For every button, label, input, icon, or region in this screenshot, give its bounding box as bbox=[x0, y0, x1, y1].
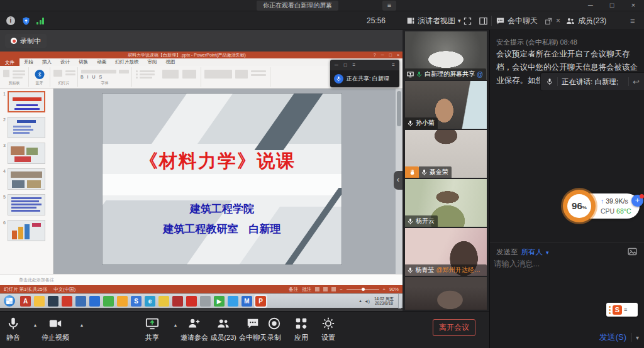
recording-badge[interactable]: 录制中 bbox=[5, 34, 47, 48]
ppt-tab-file[interactable]: 文件 bbox=[0, 58, 19, 66]
ppt-notes-pane[interactable]: 单击此处添加备注 bbox=[0, 274, 402, 285]
overlay-list-icon[interactable]: ≡ bbox=[353, 62, 356, 68]
chat-panel-tab[interactable]: 会中聊天 bbox=[496, 11, 538, 30]
taskbar-app-icon[interactable] bbox=[200, 296, 211, 307]
video-tile[interactable]: 白新理的屏幕共享 @ bbox=[405, 31, 487, 80]
ppt-view-normal-icon[interactable] bbox=[315, 287, 319, 291]
taskbar-app-icon[interactable] bbox=[48, 296, 58, 307]
speaking-indicator[interactable]: 正在讲话: 白新理; ↩ bbox=[540, 72, 644, 91]
slide-thumbnail[interactable]: 6 bbox=[1, 220, 50, 241]
invite-button[interactable]: 邀请参会 bbox=[177, 317, 212, 342]
start-button[interactable] bbox=[4, 295, 15, 307]
ppt-zoom-level[interactable]: 90% bbox=[389, 286, 399, 292]
bluetooth-icon[interactable] bbox=[35, 70, 44, 79]
taskbar-app-icon[interactable] bbox=[117, 296, 128, 307]
ppt-view-slideshow-icon[interactable] bbox=[331, 287, 336, 291]
performance-widget[interactable]: 96% ↑39.9K/s CPU 68°C + bbox=[563, 192, 640, 220]
sidebar-toggle-button[interactable] bbox=[479, 11, 488, 30]
slide-thumbnail[interactable]: 4 bbox=[1, 168, 50, 190]
mute-button[interactable]: 静音 bbox=[6, 317, 20, 342]
ppt-tab-home[interactable]: 开始 bbox=[19, 59, 38, 65]
send-image-button[interactable] bbox=[627, 246, 638, 257]
view-mode-button[interactable]: 演讲者视图 ▾ bbox=[406, 11, 461, 30]
ppt-close-icon[interactable]: × bbox=[397, 53, 399, 57]
ppt-view-sorter-icon[interactable] bbox=[323, 287, 328, 291]
collapse-video-strip-handle[interactable]: ‹ bbox=[394, 171, 402, 190]
tray-volume-icon[interactable]: ◄) bbox=[364, 299, 370, 303]
record-button[interactable]: 录制 bbox=[267, 317, 281, 342]
taskbar-app-icon[interactable] bbox=[158, 296, 169, 307]
taskbar-clock[interactable]: 14:02 周五 2023/8/18 bbox=[372, 296, 396, 306]
slide-thumbnail[interactable]: 1 bbox=[1, 91, 50, 112]
ppt-tab-transitions[interactable]: 切换 bbox=[74, 59, 92, 65]
taskbar-app-icon[interactable]: e bbox=[145, 296, 155, 307]
leave-meeting-button[interactable]: 离开会议 bbox=[433, 319, 475, 336]
taskbar-app-icon[interactable] bbox=[75, 296, 86, 307]
chat-button[interactable]: 会中聊天 bbox=[238, 317, 268, 342]
taskbar-app-icon[interactable] bbox=[172, 296, 183, 307]
video-tile[interactable]: 杨青莹 @郑州升达经贸... bbox=[405, 228, 487, 276]
send-options-caret[interactable]: ▾ bbox=[636, 334, 639, 341]
video-tile[interactable]: 聂金荣 bbox=[405, 130, 487, 178]
video-tile[interactable]: 杨开云 bbox=[405, 179, 487, 227]
taskbar-app-icon[interactable]: ▶ bbox=[214, 296, 225, 307]
ppt-zoom-slider[interactable] bbox=[347, 289, 379, 290]
apps-button[interactable]: 应用 bbox=[294, 317, 308, 342]
ppt-comments-toggle[interactable]: 批注 bbox=[302, 286, 311, 293]
ppt-tab-insert[interactable]: 插入 bbox=[38, 59, 56, 65]
popout-panel-button[interactable] bbox=[545, 11, 553, 30]
tray-expand-icon[interactable]: ▴ bbox=[359, 298, 362, 303]
current-slide[interactable]: 《材料力学》说课 建筑工程学院 建筑工程教研室 白新理 bbox=[103, 94, 341, 264]
ppt-help-icon[interactable]: ? bbox=[374, 53, 376, 57]
shield-icon[interactable] bbox=[21, 11, 31, 30]
settings-button[interactable]: 设置 bbox=[321, 317, 335, 342]
video-options-caret[interactable]: ▴ bbox=[80, 322, 83, 328]
members-panel-tab[interactable]: 成员(23) bbox=[565, 11, 606, 30]
window-minimize-button[interactable]: ─ bbox=[580, 0, 601, 11]
ppt-tab-review[interactable]: 审阅 bbox=[143, 59, 162, 65]
info-icon[interactable]: i bbox=[6, 11, 15, 30]
panel-menu-icon[interactable]: ≡ bbox=[630, 11, 635, 30]
stop-video-button[interactable]: 停止视频 bbox=[42, 317, 69, 342]
taskbar-app-icon[interactable]: A bbox=[20, 296, 31, 307]
ppt-zoom-out-icon[interactable]: − bbox=[340, 286, 342, 292]
chat-message-input[interactable] bbox=[494, 259, 641, 296]
fullscreen-button[interactable] bbox=[463, 11, 472, 30]
ppt-tab-animations[interactable]: 动画 bbox=[92, 59, 111, 65]
ppt-tab-slideshow[interactable]: 幻灯片放映 bbox=[111, 59, 143, 65]
slide-thumbnail[interactable]: 2 bbox=[1, 117, 50, 138]
titlebar-menu-icon[interactable]: ≡ bbox=[382, 1, 396, 11]
slide-thumbnail[interactable]: 5 bbox=[1, 194, 50, 215]
taskbar-app-icon[interactable] bbox=[62, 296, 72, 307]
add-widget-button[interactable]: + bbox=[631, 195, 643, 207]
taskbar-app-icon[interactable] bbox=[228, 296, 238, 307]
slide-thumbnail[interactable]: 3 bbox=[1, 143, 50, 164]
share-screen-button[interactable]: 共享 bbox=[145, 317, 159, 342]
ppt-language[interactable]: 中文(中国) bbox=[53, 286, 75, 293]
overlay-window-icon[interactable]: □ bbox=[344, 62, 347, 68]
send-to-selector[interactable]: 发送至 所有人 ▾ bbox=[496, 247, 549, 257]
overlay-menu-icon[interactable]: ≡ bbox=[392, 62, 395, 68]
ppt-minimize-icon[interactable]: ─ bbox=[381, 53, 384, 57]
close-panel-button[interactable]: × bbox=[556, 11, 560, 30]
taskbar-app-icon[interactable] bbox=[103, 296, 114, 307]
show-desktop-button[interactable] bbox=[398, 294, 401, 308]
ppt-tab-design[interactable]: 设计 bbox=[56, 59, 74, 65]
video-tile[interactable] bbox=[405, 277, 487, 310]
overlay-minimize-icon[interactable]: ─ bbox=[335, 62, 338, 68]
ppt-notes-toggle[interactable]: 备注 bbox=[289, 286, 298, 293]
taskbar-app-icon[interactable] bbox=[89, 296, 100, 307]
taskbar-app-icon[interactable]: S bbox=[131, 296, 142, 307]
taskbar-app-icon[interactable]: M bbox=[242, 296, 252, 307]
video-tile[interactable]: 孙小菊 bbox=[405, 81, 487, 129]
send-button[interactable]: 发送(S) bbox=[599, 332, 626, 343]
taskbar-app-icon[interactable] bbox=[34, 296, 45, 307]
ppt-font-buttons[interactable]: B I U S bbox=[80, 75, 103, 79]
ppt-maximize-icon[interactable]: □ bbox=[389, 53, 392, 57]
network-signal-icon[interactable] bbox=[36, 11, 44, 30]
ime-indicator[interactable]: S ≡ bbox=[606, 303, 638, 317]
window-maximize-button[interactable]: □ bbox=[601, 0, 623, 11]
mic-options-caret[interactable]: ▴ bbox=[34, 322, 36, 328]
ppt-tab-view[interactable]: 视图 bbox=[162, 59, 180, 65]
window-close-button[interactable]: × bbox=[623, 0, 644, 11]
